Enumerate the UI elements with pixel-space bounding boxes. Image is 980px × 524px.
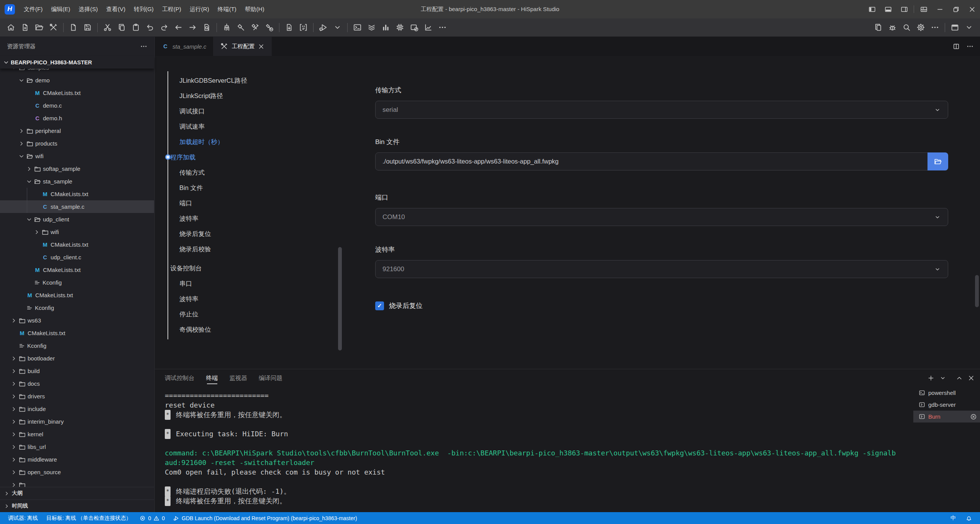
- paste-button[interactable]: [129, 20, 143, 35]
- clean-button[interactable]: [220, 20, 234, 35]
- chevron-small-button[interactable]: [330, 20, 345, 35]
- menu-item[interactable]: 工程(P): [158, 0, 185, 18]
- tree-item-docs[interactable]: docs: [0, 377, 154, 390]
- baudrate-select[interactable]: 921600: [375, 260, 948, 278]
- reset-after-burn-checkbox[interactable]: [375, 301, 384, 310]
- config-nav-item[interactable]: JLinkGDBServerCL路径: [155, 73, 335, 88]
- pages-button[interactable]: [871, 20, 885, 35]
- terminal-session-gdb-server[interactable]: gdb-server: [913, 399, 980, 411]
- terminal-session-Burn[interactable]: Burn: [913, 411, 980, 422]
- config-nav-item[interactable]: 端口: [155, 195, 335, 211]
- config-nav-item[interactable]: 调试接口: [155, 103, 335, 119]
- panel-tab-调试控制台[interactable]: 调试控制台: [165, 369, 195, 387]
- status-debugger[interactable]: 调试器: 离线: [4, 512, 42, 524]
- tree-item-bootloader[interactable]: bootloader: [0, 352, 154, 365]
- debug-run-button[interactable]: [316, 20, 330, 35]
- tree-item-interim_binary[interactable]: interim_binary: [0, 415, 154, 428]
- tree-item-open_source[interactable]: open_source: [0, 466, 154, 478]
- home-button[interactable]: [4, 20, 18, 35]
- undo-button[interactable]: [143, 20, 157, 35]
- config-nav-item[interactable]: 调试速率: [155, 119, 335, 134]
- panel-tab-监视器[interactable]: 监视器: [230, 369, 248, 387]
- cut-button[interactable]: [100, 20, 115, 35]
- tree-item-cmakelists.txt[interactable]: MCMakeLists.txt: [0, 87, 154, 99]
- panel-button[interactable]: [948, 20, 962, 35]
- tree-item-kconfig[interactable]: Kconfig: [0, 339, 154, 352]
- file-search-button[interactable]: [200, 20, 214, 35]
- stats-button[interactable]: [379, 20, 393, 35]
- tree-item-cmakelists.txt[interactable]: MCMakeLists.txt: [0, 264, 154, 276]
- tree-item-kernel[interactable]: kernel: [0, 428, 154, 440]
- config-nav-item[interactable]: Bin 文件: [155, 180, 335, 195]
- tree-item-wifi[interactable]: wifi: [0, 226, 154, 238]
- config-nav-item[interactable]: JLinkScript路径: [155, 88, 335, 103]
- tree-item-demo[interactable]: demo: [0, 74, 154, 87]
- gear-task-button[interactable]: [407, 20, 421, 35]
- tree-item-build[interactable]: build: [0, 365, 154, 377]
- explorer-more-button[interactable]: [140, 43, 148, 50]
- gear-button[interactable]: [914, 20, 928, 35]
- config-nav-item[interactable]: 加载超时（秒）: [155, 134, 335, 149]
- tree-item-kconfig[interactable]: Kconfig: [0, 301, 154, 314]
- tree-item-cmakelists.txt[interactable]: MCMakeLists.txt: [0, 238, 154, 251]
- file-button[interactable]: [66, 20, 80, 35]
- config-nav-item[interactable]: 程序加载: [155, 149, 335, 165]
- tree-item-udp_client.c[interactable]: Cudp_client.c: [0, 251, 154, 264]
- config-nav-item[interactable]: 停止位: [155, 306, 335, 322]
- config-nav-item[interactable]: 设备控制台: [155, 260, 335, 276]
- panel-tab-编译问题[interactable]: 编译问题: [259, 369, 282, 387]
- cancel-build-button[interactable]: [262, 20, 276, 35]
- config-nav-item[interactable]: 烧录后复位: [155, 226, 335, 241]
- transport-select[interactable]: serial: [375, 101, 948, 119]
- graph-button[interactable]: [421, 20, 435, 35]
- split-editor-icon[interactable]: [952, 43, 960, 50]
- menu-item[interactable]: 文件(F): [20, 0, 47, 18]
- tab-sta-sample[interactable]: C sta_sample.c: [155, 37, 213, 56]
- menu-item[interactable]: 编辑(E): [47, 0, 74, 18]
- open-folder-button[interactable]: [32, 20, 46, 35]
- tree-item[interactable]: [0, 478, 154, 488]
- rebuild-button[interactable]: [248, 20, 262, 35]
- panel-tab-终端[interactable]: 终端: [206, 369, 218, 387]
- redo-button[interactable]: [157, 20, 171, 35]
- terminal-output[interactable]: =========================reset device*终端…: [165, 391, 912, 510]
- tab-project-config[interactable]: 工程配置: [213, 37, 272, 56]
- tree-item-ws63[interactable]: ws63: [0, 314, 154, 327]
- page-scrollbar[interactable]: [975, 275, 979, 307]
- save-button[interactable]: [80, 20, 95, 35]
- tree-item-cmakelists.txt[interactable]: MCMakeLists.txt: [0, 327, 154, 339]
- menu-item[interactable]: 帮助(H): [241, 0, 269, 18]
- tree-item-middleware[interactable]: middleware: [0, 453, 154, 466]
- more-actions-icon[interactable]: [966, 43, 974, 50]
- tools-button[interactable]: [46, 20, 61, 35]
- terminal-picker-button[interactable]: [938, 373, 948, 383]
- config-nav-item[interactable]: 波特率: [155, 211, 335, 226]
- tree-item-udp_client[interactable]: udp_client: [0, 213, 154, 226]
- restore-button[interactable]: [948, 0, 964, 18]
- terminal-session-powershell[interactable]: powershell: [913, 387, 980, 399]
- tree-item-sta_sample.c[interactable]: Csta_sample.c: [0, 200, 154, 213]
- status-ime[interactable]: 中: [946, 515, 960, 522]
- menu-item[interactable]: 运行(R): [185, 0, 213, 18]
- config-nav-item[interactable]: 传输方式: [155, 165, 335, 180]
- win-custom-button[interactable]: [916, 0, 932, 18]
- more-button[interactable]: [928, 20, 942, 35]
- port-select[interactable]: COM10: [375, 208, 948, 226]
- more-button[interactable]: [435, 20, 450, 35]
- terminal-button[interactable]: [350, 20, 364, 35]
- status-problems[interactable]: 0 0: [135, 512, 169, 524]
- chip-button[interactable]: [393, 20, 407, 35]
- win-left-button[interactable]: [864, 0, 880, 18]
- tree-item-wifi[interactable]: wifi: [0, 150, 154, 162]
- win-bottom-button[interactable]: [880, 0, 896, 18]
- tree-item-include[interactable]: include: [0, 403, 154, 415]
- win-right-button[interactable]: [896, 0, 912, 18]
- nav-scrollbar[interactable]: [338, 247, 342, 350]
- menu-item[interactable]: 转到(G): [130, 0, 158, 18]
- build-button[interactable]: [234, 20, 248, 35]
- tree-item-softap_sample[interactable]: softap_sample: [0, 162, 154, 175]
- status-target-board[interactable]: 目标板: 离线 （单击检查连接状态）: [42, 512, 136, 524]
- status-debug-launch[interactable]: GDB Launch (Download and Reset Program) …: [169, 512, 361, 524]
- copy-button[interactable]: [115, 20, 129, 35]
- config-nav-item[interactable]: 奇偶校验位: [155, 322, 335, 337]
